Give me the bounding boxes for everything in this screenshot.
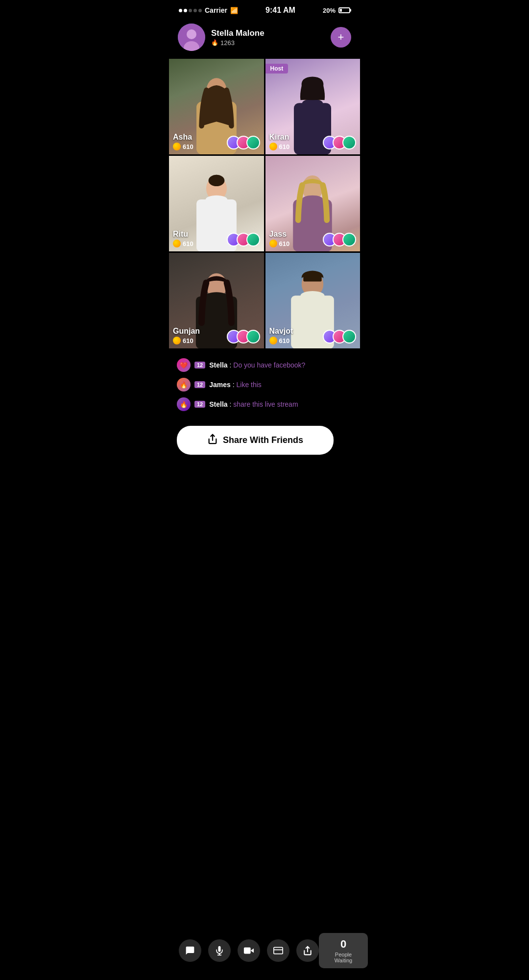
video-cell-gunjan[interactable]: Gunjan 610 [169, 253, 264, 348]
video-cell-navjot[interactable]: Navjot 610 [265, 253, 361, 348]
cell-avatars [227, 136, 260, 149]
carrier-label: Carrier [205, 6, 227, 14]
chat-username: Stella [209, 400, 227, 408]
cell-coins: 610 [269, 143, 290, 150]
signal-dot-1 [179, 9, 182, 12]
coin-value: 610 [183, 143, 193, 150]
chat-badge: 12 [194, 381, 205, 388]
battery-icon [338, 7, 350, 13]
signal-dot-2 [184, 9, 187, 12]
coin-value: 610 [279, 337, 290, 344]
score-value: 1263 [220, 39, 235, 47]
signal-dot-3 [189, 9, 192, 12]
coin-icon [269, 240, 277, 247]
mini-avatar-3 [246, 233, 260, 246]
status-bar: Carrier 📶 9:41 AM 20% [169, 0, 360, 19]
cell-avatars [227, 233, 260, 246]
cell-name: Jass [269, 230, 290, 239]
svg-point-22 [301, 291, 325, 300]
video-cell-asha[interactable]: Asha 610 [169, 59, 264, 154]
coin-value: 610 [279, 240, 290, 247]
host-badge: Host [265, 64, 289, 74]
coin-icon [269, 143, 277, 150]
cell-avatars [323, 136, 356, 149]
chat-message-text: Like this [237, 381, 262, 389]
chat-text: Stella : share this live stream [209, 400, 298, 408]
cell-name: Asha [173, 133, 193, 142]
chat-colon: : [233, 381, 237, 389]
cell-info: Ritu 610 [173, 230, 193, 247]
avatar-icon: 🔥 [180, 401, 188, 408]
share-with-friends-button[interactable]: Share With Friends [177, 426, 334, 455]
signal-dot-4 [193, 9, 197, 12]
cell-info: Gunjan 610 [173, 327, 200, 344]
mini-avatar-3 [246, 136, 260, 149]
chat-username: James [209, 381, 231, 389]
cell-name: Gunjan [173, 327, 200, 336]
chat-message-1: 🔥 12 James : Like this [177, 378, 352, 392]
cell-coins: 610 [173, 143, 193, 150]
chat-message-text: Do you have facebook? [233, 361, 305, 369]
cell-info: Asha 610 [173, 133, 193, 150]
video-grid: Asha 610 Host Kiran 610 [169, 59, 360, 348]
battery-fill [340, 9, 342, 12]
cell-avatars [323, 330, 356, 343]
chat-text: Stella : Do you have facebook? [209, 361, 305, 369]
mini-avatar-3 [342, 233, 356, 246]
chat-text: James : Like this [209, 381, 262, 389]
profile-header: Stella Malone 🔥 1263 + [169, 19, 360, 56]
flame-icon: 🔥 [211, 39, 218, 46]
cell-name: Ritu [173, 230, 193, 239]
status-right: 20% [323, 7, 350, 14]
mini-avatar-3 [342, 136, 356, 149]
share-section: Share With Friends [169, 422, 360, 463]
chat-message-0: ❤️ 12 Stella : Do you have facebook? [177, 358, 352, 372]
video-cell-kiran[interactable]: Host Kiran 610 [265, 59, 361, 154]
coin-value: 610 [183, 337, 193, 344]
coin-icon [173, 240, 181, 247]
chat-username: Stella [209, 361, 227, 369]
add-button[interactable]: + [331, 27, 351, 48]
battery-percent: 20% [323, 7, 336, 14]
chat-message-text: share this live stream [233, 400, 298, 408]
wifi-icon: 📶 [230, 7, 238, 14]
chat-message-2: 🔥 12 Stella : share this live stream [177, 397, 352, 411]
cell-info: Navjot 610 [269, 327, 293, 344]
plus-icon: + [338, 31, 344, 44]
chat-avatar: 🔥 [177, 397, 191, 411]
chat-badge: 12 [194, 362, 205, 368]
profile-info: Stella Malone 🔥 1263 [211, 28, 325, 47]
cell-avatars [227, 330, 260, 343]
cell-info: Jass 610 [269, 230, 290, 247]
svg-rect-13 [213, 174, 220, 183]
profile-score: 🔥 1263 [211, 39, 325, 47]
svg-point-8 [302, 99, 323, 107]
svg-point-19 [205, 292, 228, 301]
cell-coins: 610 [269, 337, 293, 344]
coin-value: 610 [183, 240, 193, 247]
status-time: 9:41 AM [265, 6, 295, 15]
cell-avatars [323, 233, 356, 246]
share-icon [207, 434, 218, 447]
coin-icon [269, 337, 277, 344]
mini-avatar-3 [246, 330, 260, 343]
svg-rect-23 [304, 275, 322, 281]
coin-icon [173, 143, 181, 150]
cell-info: Kiran 610 [269, 133, 290, 150]
avatar [178, 24, 205, 51]
video-cell-ritu[interactable]: Ritu 610 [169, 156, 264, 251]
cell-name: Kiran [269, 133, 290, 142]
avatar-icon: ❤️ [180, 362, 188, 369]
signal-dot-5 [198, 9, 202, 12]
cell-coins: 610 [269, 240, 290, 247]
share-button-label: Share With Friends [223, 435, 303, 445]
svg-point-16 [302, 195, 323, 203]
cell-name: Navjot [269, 327, 293, 336]
mini-avatar-3 [342, 330, 356, 343]
profile-name: Stella Malone [211, 28, 325, 38]
coin-icon [173, 337, 181, 344]
coin-value: 610 [279, 143, 290, 150]
svg-point-11 [206, 195, 227, 203]
status-left: Carrier 📶 [179, 6, 238, 14]
video-cell-jass[interactable]: Jass 610 [265, 156, 361, 251]
